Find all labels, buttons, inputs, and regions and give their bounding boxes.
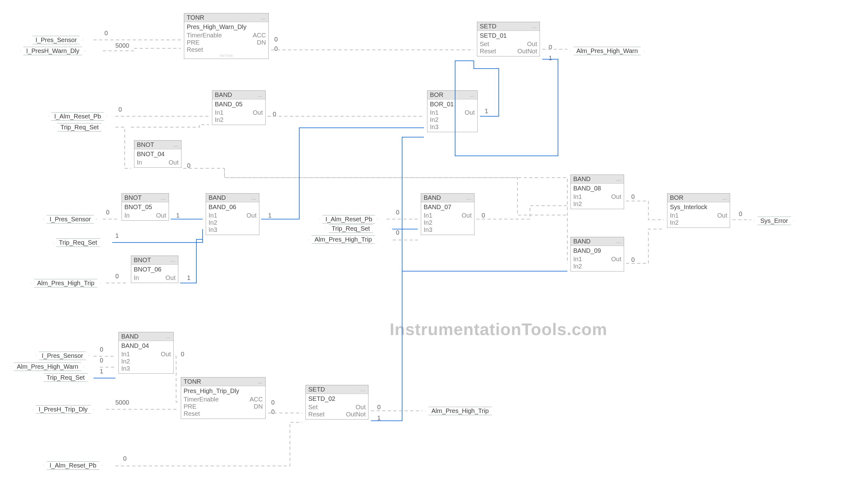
wire-value: 0: [119, 106, 122, 113]
tag-trip-req-set-1[interactable]: Trip_Req_Set: [55, 123, 105, 131]
ellipsis-icon[interactable]: …: [161, 195, 166, 201]
ellipsis-icon[interactable]: …: [173, 142, 179, 148]
wire-value: 0: [274, 45, 278, 52]
block-bor-01[interactable]: BOR… BOR_01 In1Out In2 In3: [427, 90, 478, 132]
tag-trip-req-set-2[interactable]: Trip_Req_Set: [53, 238, 103, 247]
wire-value: 0: [115, 273, 119, 280]
tag-i-presh-trip-dly[interactable]: I_PresH_Trip_Dly: [33, 405, 93, 414]
ellipsis-icon[interactable]: …: [170, 257, 176, 263]
block-band-04[interactable]: BAND… BAND_04 In1Out In2 In3: [119, 332, 174, 374]
wire-value: 0: [181, 350, 184, 358]
block-band-08[interactable]: BAND… BAND_08 In1Out In2: [570, 175, 624, 209]
block-band-05[interactable]: BAND… BAND_05 In1Out In2: [212, 90, 266, 125]
wire-value: 0: [104, 30, 108, 37]
wire-value: 0: [273, 111, 276, 118]
wire-value: 0: [271, 399, 274, 406]
tag-sys-error[interactable]: Sys_Error: [754, 217, 794, 225]
ellipsis-icon[interactable]: …: [261, 15, 266, 21]
ellipsis-icon[interactable]: …: [469, 92, 475, 98]
wire-value: 0: [482, 212, 485, 219]
wire-value: 5000: [115, 42, 129, 49]
tag-alm-pres-high-warn-in[interactable]: Alm_Pres_High_Warn: [11, 362, 84, 371]
block-band-06[interactable]: BAND… BAND_06 In1Out In2 In3: [206, 193, 260, 235]
block-bnot-06[interactable]: BNOT… BNOT_06 InOut: [131, 256, 178, 283]
tag-i-presh-warn-dly[interactable]: I_PresH_Warn_Dly: [20, 47, 85, 55]
block-setd-02[interactable]: SETD… SETD_02 SetOut ResetOutNot: [305, 385, 369, 419]
ellipsis-icon[interactable]: …: [532, 24, 537, 29]
wire-value: 1: [377, 415, 381, 422]
wire-value: 0: [100, 357, 103, 364]
wire-value: 0: [377, 403, 381, 411]
ellipsis-icon[interactable]: …: [360, 387, 365, 392]
fbd-canvas: InstrumentationTools.com TONR… Pres_High…: [0, 0, 856, 504]
block-tonr-pres-high-warn-dly[interactable]: TONR… Pres_High_Warn_Dly TimerEnableACC …: [184, 13, 269, 59]
wire-value: 1: [485, 108, 488, 115]
wire-value: 5000: [115, 399, 129, 406]
wires-layer: [0, 0, 856, 504]
block-bnot-04[interactable]: BNOT… BNOT_04 InOut: [134, 140, 181, 168]
ellipsis-icon[interactable]: …: [165, 334, 171, 339]
watermark: InstrumentationTools.com: [390, 320, 607, 339]
wire-value: 0: [631, 193, 635, 200]
block-type: TONR: [187, 14, 204, 21]
block-instance: Pres_High_Warn_Dly: [187, 23, 266, 32]
wire-value: 0: [274, 36, 278, 43]
ellipsis-icon[interactable]: …: [466, 195, 471, 201]
block-bor-sys-interlock[interactable]: BOR… Sys_Interlock In1Out In2: [667, 193, 730, 228]
wire-value: 0: [123, 455, 127, 462]
wire-value: 1: [100, 368, 103, 375]
wire-value: 1: [115, 232, 119, 239]
wire-value: 1: [187, 274, 191, 282]
ellipsis-icon[interactable]: …: [257, 92, 263, 98]
block-band-09[interactable]: BAND… BAND_09 In1Out In2: [570, 237, 624, 271]
tag-i-pres-sensor-2[interactable]: I_Pres_Sensor: [43, 215, 96, 223]
ellipsis-icon[interactable]: …: [722, 195, 727, 201]
wire-value: 1: [549, 55, 552, 62]
block-tonr-pres-high-trip-dly[interactable]: TONR… Pres_High_Trip_Dly TimerEnableACC …: [181, 377, 266, 419]
wire-value: 0: [106, 209, 109, 216]
tag-i-pres-sensor-3[interactable]: I_Pres_Sensor: [36, 352, 89, 360]
tag-alm-pres-high-warn-out[interactable]: Alm_Pres_High_Warn: [570, 47, 644, 55]
tag-i-alm-reset-pb-2[interactable]: I_Alm_Reset_Pb: [320, 215, 378, 223]
tag-alm-pres-high-trip-2[interactable]: Alm_Pres_High_Trip: [309, 235, 378, 244]
ellipsis-icon[interactable]: …: [616, 239, 621, 245]
wire-value: 0: [631, 256, 635, 263]
wire-value: 0: [739, 210, 742, 218]
block-setd-01[interactable]: SETD… SETD_01 SetOut ResetOutNot: [477, 22, 540, 56]
wire-value: 0: [396, 209, 399, 216]
tag-i-alm-reset-pb-3[interactable]: I_Alm_Reset_Pb: [43, 461, 102, 470]
wire-value: 0: [187, 162, 191, 169]
ellipsis-icon[interactable]: …: [257, 379, 263, 385]
wire-value: 0: [396, 229, 399, 236]
wire-value: 0: [549, 43, 552, 51]
wire-value: 1: [176, 212, 180, 219]
block-band-07[interactable]: BAND… BAND_07 In1Out In2 In3: [421, 193, 475, 235]
tag-i-pres-sensor-1[interactable]: I_Pres_Sensor: [30, 36, 83, 44]
tag-alm-pres-high-trip-1[interactable]: Alm_Pres_High_Trip: [31, 279, 100, 287]
ellipsis-icon[interactable]: …: [251, 195, 256, 201]
tag-trip-req-set-3[interactable]: Trip_Req_Set: [326, 224, 376, 233]
tag-i-alm-reset-pb-1[interactable]: I_Alm_Reset_Pb: [48, 112, 107, 121]
wire-value: 0: [271, 408, 274, 415]
wire-value: 0: [100, 346, 103, 353]
tag-alm-pres-high-trip-out[interactable]: Alm_Pres_High_Trip: [426, 407, 495, 415]
block-bnot-05[interactable]: BNOT… BNOT_05 InOut: [122, 193, 169, 221]
tag-trip-req-set-4[interactable]: Trip_Req_Set: [40, 373, 91, 382]
wire-value: 1: [268, 212, 271, 219]
ellipsis-icon[interactable]: …: [616, 176, 621, 182]
